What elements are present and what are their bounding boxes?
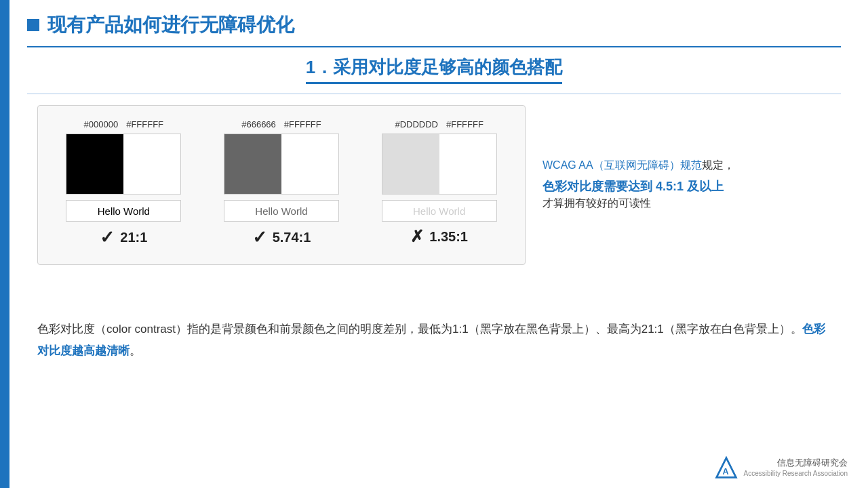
desc-period: 。 <box>130 344 141 357</box>
label-left-3: #DDDDDD <box>395 119 438 129</box>
section-divider <box>27 94 841 94</box>
footer: A 信息无障碍研究会 Accessibility Research Associ… <box>714 455 848 480</box>
wcag-link: WCAG AA（互联网无障碍）规范 <box>542 159 702 171</box>
ratio-1: ✓ 21:1 <box>100 227 147 248</box>
swatch-left-1 <box>66 134 123 194</box>
section-title-text: 采用对比度足够高的颜色搭配 <box>333 57 562 77</box>
text-sample-3: Hello World <box>382 200 497 222</box>
header: 现有产品如何进行无障碍优化 <box>27 12 841 38</box>
label-right-2: #FFFFFF <box>284 119 321 129</box>
section-number: 1． <box>306 57 333 77</box>
wcag-sub: 才算拥有较好的可读性 <box>542 195 807 212</box>
left-bar <box>0 0 9 488</box>
check-icon-2: ✓ <box>252 227 267 248</box>
label-right-1: #FFFFFF <box>126 119 163 129</box>
color-labels-3: #DDDDDD #FFFFFF <box>395 119 483 129</box>
label-right-3: #FFFFFF <box>446 119 484 129</box>
color-example-3: #DDDDDD #FFFFFF Hello World ✗ 1.35:1 <box>378 119 500 248</box>
demo-box: #000000 #FFFFFF Hello World ✓ 21:1 #6666… <box>37 105 526 265</box>
ratio-3: ✗ 1.35:1 <box>410 227 468 246</box>
wcag-text: WCAG AA（互联网无障碍）规范规定， <box>542 156 807 174</box>
label-left-2: #666666 <box>241 119 276 129</box>
label-left-1: #000000 <box>84 119 119 129</box>
section-title: 1．采用对比度足够高的颜色搭配 <box>306 56 562 84</box>
org-sub: Accessibility Research Association <box>744 469 848 479</box>
ratio-value-1: 21:1 <box>120 230 147 245</box>
ratio-2: ✓ 5.74:1 <box>252 227 311 248</box>
header-divider <box>27 46 841 47</box>
footer-logo-icon: A <box>714 455 738 480</box>
color-labels-2: #666666 #FFFFFF <box>241 119 321 129</box>
swatch-left-2 <box>224 134 281 194</box>
right-panel: WCAG AA（互联网无障碍）规范规定， 色彩对比度需要达到 4.5:1 及以上… <box>542 156 807 212</box>
header-bullet <box>27 19 39 31</box>
swatch-1 <box>66 134 181 195</box>
color-example-1: #000000 #FFFFFF Hello World ✓ 21:1 <box>62 119 184 248</box>
color-labels-1: #000000 #FFFFFF <box>84 119 164 129</box>
color-example-2: #666666 #FFFFFF Hello World ✓ 5.74:1 <box>220 119 342 248</box>
desc-text-1: 色彩对比度（color contrast）指的是背景颜色和前景颜色之间的明度差别… <box>37 323 802 336</box>
wcag-highlight: 色彩对比度需要达到 4.5:1 及以上 <box>542 178 807 195</box>
swatch-right-1 <box>123 134 180 194</box>
ratio-value-2: 5.74:1 <box>273 230 311 245</box>
swatch-2 <box>224 134 339 195</box>
check-icon-1: ✓ <box>100 227 115 248</box>
text-sample-1: Hello World <box>66 200 181 222</box>
swatch-right-3 <box>439 134 496 194</box>
swatch-3 <box>382 134 497 195</box>
swatch-left-3 <box>382 134 439 194</box>
bottom-description: 色彩对比度（color contrast）指的是背景颜色和前景颜色之间的明度差别… <box>37 319 831 363</box>
wcag-suffix: 规定， <box>702 159 734 171</box>
header-title: 现有产品如何进行无障碍优化 <box>47 12 294 38</box>
hello-world-1: Hello World <box>98 205 150 217</box>
footer-text-block: 信息无障碍研究会 Accessibility Research Associat… <box>744 457 848 479</box>
color-examples: #000000 #FFFFFF Hello World ✓ 21:1 #6666… <box>54 119 509 248</box>
section-title-container: 1．采用对比度足够高的颜色搭配 <box>27 56 841 84</box>
cross-icon-3: ✗ <box>410 227 424 246</box>
svg-text:A: A <box>722 467 728 476</box>
org-name: 信息无障碍研究会 <box>744 457 848 469</box>
hello-world-2: Hello World <box>255 205 307 217</box>
text-sample-2: Hello World <box>224 200 339 222</box>
hello-world-3: Hello World <box>413 205 465 217</box>
swatch-right-2 <box>281 134 338 194</box>
ratio-value-3: 1.35:1 <box>429 229 468 245</box>
